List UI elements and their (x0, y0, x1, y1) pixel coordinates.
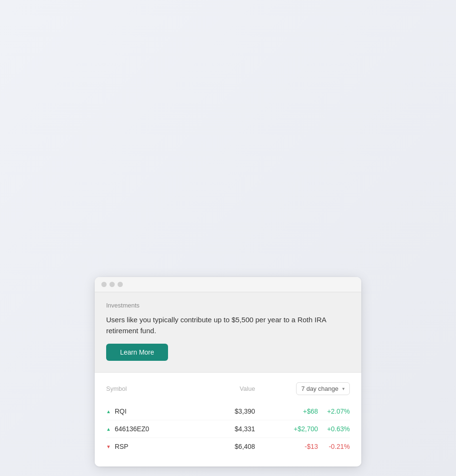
change-period-dropdown[interactable]: 7 day change ▾ (296, 382, 350, 395)
trend-up-icon: ▲ (106, 426, 111, 432)
table-row: ▲ 646136EZ0 $4,331 +$2,700 +0.63% (106, 420, 350, 438)
chevron-down-icon: ▾ (342, 386, 345, 391)
change-abs-ez0: +$2,700 (292, 425, 318, 433)
symbol-label: RSP (115, 443, 129, 450)
change-pct-rqi: +2.07% (324, 407, 350, 415)
table-panel: Symbol Value 7 day change ▾ ▲ RQI $3,390 (95, 373, 361, 466)
trend-down-icon: ▼ (106, 444, 111, 449)
table-header: Symbol Value 7 day change ▾ (106, 382, 350, 395)
column-symbol-header: Symbol (106, 385, 188, 392)
symbol-cell-ez0: ▲ 646136EZ0 (106, 425, 188, 433)
main-window: Investments Users like you typically con… (95, 277, 361, 466)
change-cells-rsp: -$13 -0.21% (255, 443, 350, 450)
promo-message: Users like you typically contribute up t… (106, 315, 350, 336)
change-cells-rqi: +$68 +2.07% (255, 407, 350, 415)
symbol-cell-rqi: ▲ RQI (106, 407, 188, 415)
traffic-light-2 (109, 282, 115, 287)
symbol-label: 646136EZ0 (115, 425, 149, 433)
column-value-header: Value (188, 385, 255, 392)
table-row: ▼ RSP $6,408 -$13 -0.21% (106, 438, 350, 455)
value-cell-ez0: $4,331 (188, 425, 255, 433)
change-pct-rsp: -0.21% (324, 443, 350, 450)
learn-more-button[interactable]: Learn More (106, 344, 168, 361)
section-title: Investments (106, 302, 350, 309)
traffic-light-3 (118, 282, 123, 287)
trend-up-icon: ▲ (106, 409, 111, 414)
dropdown-label: 7 day change (301, 385, 338, 392)
symbol-cell-rsp: ▼ RSP (106, 443, 188, 450)
column-change-header: 7 day change ▾ (255, 382, 350, 395)
promo-panel: Investments Users like you typically con… (95, 292, 361, 373)
change-pct-ez0: +0.63% (324, 425, 350, 433)
value-cell-rqi: $3,390 (188, 407, 255, 415)
change-abs-rsp: -$13 (292, 443, 318, 450)
traffic-light-1 (101, 282, 107, 287)
change-cells-ez0: +$2,700 +0.63% (255, 425, 350, 433)
symbol-label: RQI (115, 407, 127, 415)
window-titlebar (95, 277, 361, 292)
change-abs-rqi: +$68 (292, 407, 318, 415)
value-cell-rsp: $6,408 (188, 443, 255, 450)
window-wrapper: Investments Users like you typically con… (95, 277, 361, 466)
table-row: ▲ RQI $3,390 +$68 +2.07% (106, 403, 350, 420)
